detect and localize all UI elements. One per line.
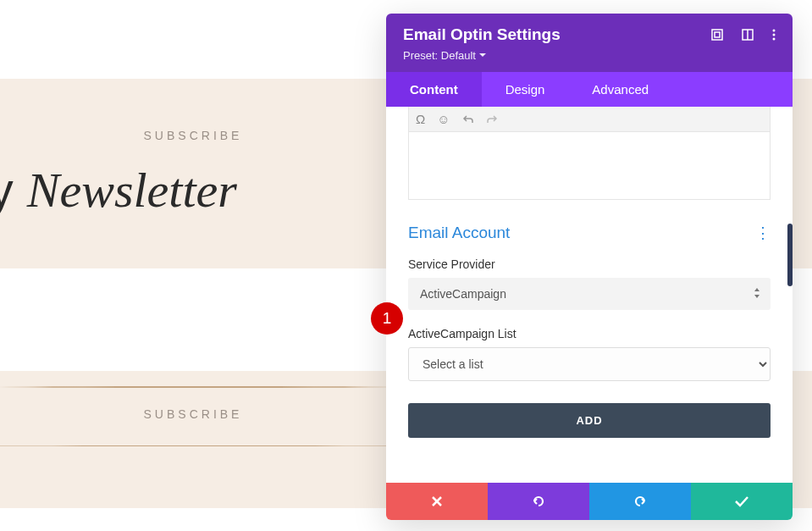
panel-title: Email Optin Settings bbox=[403, 25, 561, 44]
check-icon bbox=[734, 495, 749, 507]
kebab-icon[interactable] bbox=[772, 29, 776, 41]
richtext-editor[interactable] bbox=[408, 132, 771, 200]
divider-line bbox=[0, 445, 406, 446]
preset-label: Preset: Default bbox=[403, 49, 476, 62]
subscribe-button-text[interactable]: SUBSCRIBE bbox=[0, 407, 386, 421]
expand-icon[interactable] bbox=[711, 29, 723, 41]
list-label: ActiveCampaign List bbox=[408, 327, 771, 340]
svg-point-5 bbox=[773, 34, 776, 36]
list-select[interactable]: Select a list bbox=[408, 347, 771, 381]
heading-italic: Newsletter bbox=[27, 163, 237, 218]
section-email-account: Email Account bbox=[408, 224, 510, 242]
redo-icon[interactable] bbox=[486, 113, 498, 125]
svg-rect-1 bbox=[715, 32, 720, 37]
svg-rect-0 bbox=[712, 30, 722, 40]
hero-heading: n my Newsletter bbox=[0, 161, 381, 218]
chevron-down-icon bbox=[479, 53, 486, 58]
undo-button[interactable] bbox=[488, 483, 589, 520]
provider-select[interactable]: ActiveCampaign bbox=[408, 278, 771, 310]
tab-content[interactable]: Content bbox=[386, 72, 482, 107]
undo-arrow-icon bbox=[531, 494, 546, 509]
tabs: Content Design Advanced bbox=[386, 72, 793, 107]
close-icon bbox=[431, 495, 443, 507]
omega-icon[interactable]: Ω bbox=[416, 112, 425, 126]
scrollbar-thumb[interactable] bbox=[787, 224, 793, 286]
provider-label: Service Provider bbox=[408, 257, 771, 271]
richtext-toolbar: Ω ☺ bbox=[408, 107, 771, 132]
settings-panel: Email Optin Settings Preset: Default Con… bbox=[386, 14, 793, 520]
divider-line bbox=[0, 386, 406, 388]
preset-dropdown[interactable]: Preset: Default bbox=[403, 49, 776, 62]
panel-footer bbox=[386, 483, 793, 520]
tab-design[interactable]: Design bbox=[482, 72, 569, 107]
add-button[interactable]: ADD bbox=[408, 403, 771, 438]
undo-icon[interactable] bbox=[462, 113, 474, 125]
svg-point-4 bbox=[773, 30, 776, 32]
emoji-icon[interactable]: ☺ bbox=[437, 112, 450, 126]
svg-point-6 bbox=[773, 38, 776, 41]
cancel-button[interactable] bbox=[386, 483, 488, 520]
confirm-button[interactable] bbox=[691, 483, 793, 520]
redo-button[interactable] bbox=[589, 483, 691, 520]
section-menu-icon[interactable]: ⋮ bbox=[755, 225, 771, 241]
step-badge-1: 1 bbox=[371, 302, 403, 335]
redo-arrow-icon bbox=[632, 494, 648, 509]
tab-advanced[interactable]: Advanced bbox=[568, 72, 672, 107]
subscribe-label-top: SUBSCRIBE bbox=[0, 129, 386, 142]
layout-icon[interactable] bbox=[742, 29, 754, 41]
heading-plain: n my bbox=[0, 162, 27, 217]
